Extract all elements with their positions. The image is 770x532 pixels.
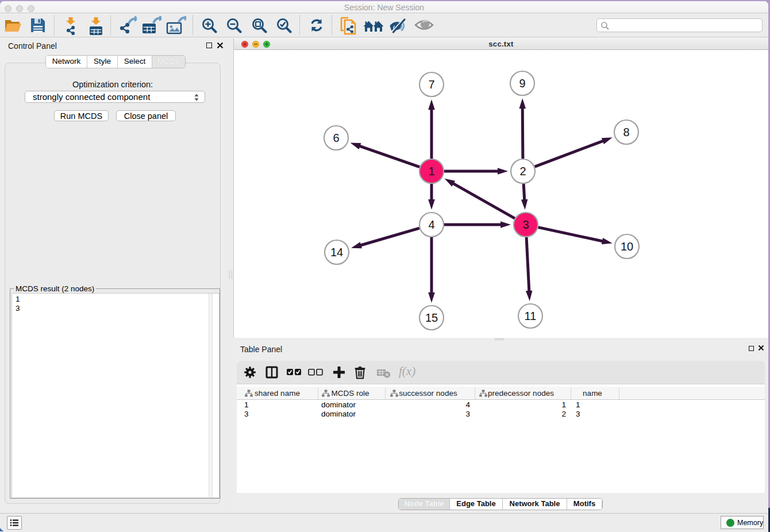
svg-text:4: 4: [428, 218, 434, 231]
svg-text:8: 8: [623, 126, 629, 138]
svg-text:14: 14: [330, 246, 343, 259]
svg-text:11: 11: [525, 310, 537, 322]
svg-text:10: 10: [621, 240, 633, 253]
svg-text:3: 3: [522, 218, 529, 231]
svg-text:15: 15: [425, 311, 438, 324]
svg-text:6: 6: [333, 132, 339, 144]
svg-text:1: 1: [428, 165, 434, 178]
svg-text:7: 7: [428, 78, 434, 91]
svg-text:9: 9: [519, 77, 525, 90]
svg-text:2: 2: [519, 165, 526, 178]
